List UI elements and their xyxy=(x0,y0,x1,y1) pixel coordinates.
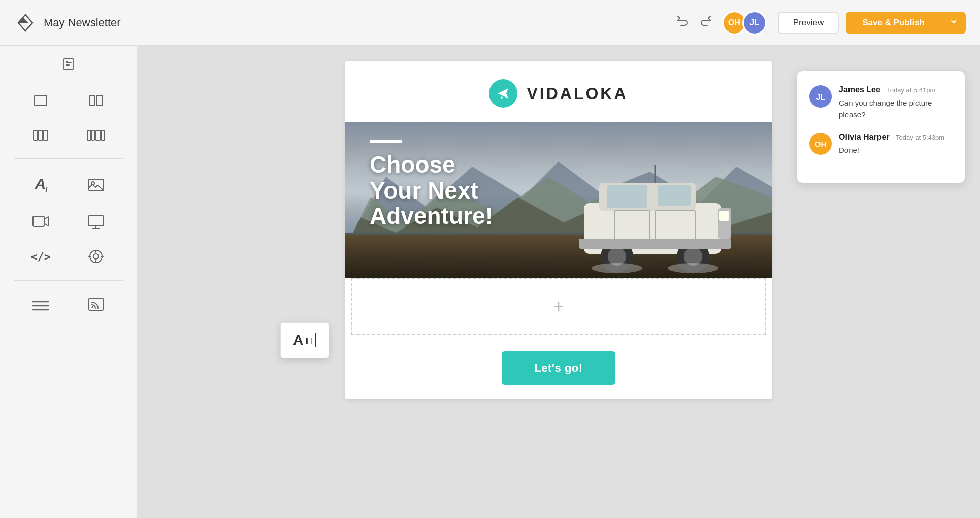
chat-name-olivia: Olivia Harper xyxy=(839,133,890,141)
svg-rect-30 xyxy=(658,185,691,206)
chat-text-olivia: Done! xyxy=(839,145,944,156)
chat-content-james: James Lee Today at 5:41pm Can you change… xyxy=(839,85,953,120)
svg-rect-8 xyxy=(44,130,48,140)
chat-avatar-olivia: OH xyxy=(809,133,832,155)
jeep-svg xyxy=(569,163,741,274)
tool-rss[interactable] xyxy=(70,288,123,320)
hero-image: Choose Your Next Adventure! xyxy=(345,122,772,278)
chat-message-1: JL James Lee Today at 5:41pm Can you cha… xyxy=(809,85,953,120)
document-title: May Newsletter xyxy=(44,16,121,29)
sidebar-bookmark-icon[interactable] xyxy=(60,56,77,74)
svg-rect-29 xyxy=(607,185,647,208)
redo-button[interactable] xyxy=(697,12,715,34)
layout-options-grid xyxy=(0,84,137,151)
avatar-jl[interactable]: JL xyxy=(742,11,767,35)
hero-accent-line xyxy=(370,140,402,143)
svg-rect-15 xyxy=(33,216,44,226)
save-publish-group: Save & Publish xyxy=(846,12,966,34)
svg-rect-22 xyxy=(89,298,103,310)
chat-time-olivia: Today at 5:43pm xyxy=(896,134,944,141)
svg-rect-5 xyxy=(96,95,103,106)
svg-point-18 xyxy=(93,254,99,259)
svg-rect-3 xyxy=(35,95,47,106)
svg-point-14 xyxy=(91,182,94,185)
text-cursor xyxy=(315,333,316,347)
svg-rect-7 xyxy=(39,130,43,140)
tool-display[interactable] xyxy=(70,205,123,238)
svg-rect-16 xyxy=(88,216,104,226)
code-icon: </> xyxy=(30,250,51,263)
layout-three-col[interactable] xyxy=(14,119,68,151)
ai-tooltip-text: A xyxy=(293,332,303,348)
brand-logo-circle xyxy=(489,79,517,108)
tool-social[interactable] xyxy=(70,240,123,273)
cta-button[interactable]: Let's go! xyxy=(502,351,615,385)
sidebar-divider-1 xyxy=(14,158,123,159)
more-tools-grid xyxy=(0,288,137,320)
text-icon: AI xyxy=(35,175,47,194)
svg-rect-12 xyxy=(101,130,105,140)
cta-section: Let's go! xyxy=(345,335,772,399)
collaborators-avatars: OH JL xyxy=(726,11,767,35)
svg-rect-11 xyxy=(96,130,100,140)
svg-rect-13 xyxy=(88,179,104,190)
svg-rect-2 xyxy=(63,59,74,69)
chat-panel: JL James Lee Today at 5:41pm Can you cha… xyxy=(797,71,965,183)
main-layout: AI xyxy=(0,46,980,518)
svg-point-42 xyxy=(668,263,718,273)
empty-content-block[interactable]: + xyxy=(351,278,766,335)
svg-rect-6 xyxy=(34,130,38,140)
svg-rect-40 xyxy=(719,211,729,221)
header-actions: OH JL Preview Save & Publish xyxy=(673,11,966,35)
layout-single-col[interactable] xyxy=(14,84,68,117)
preview-button[interactable]: Preview xyxy=(778,12,839,34)
tools-grid: AI xyxy=(0,166,137,273)
layout-two-col[interactable] xyxy=(70,84,123,117)
app-header: May Newsletter OH JL Preview Save & Publ… xyxy=(0,0,980,46)
svg-point-41 xyxy=(592,263,642,273)
save-publish-dropdown-button[interactable] xyxy=(941,12,966,34)
canvas-area[interactable]: A ı | VIDALOKA xyxy=(137,46,980,518)
tool-text[interactable]: AI xyxy=(14,166,68,203)
email-canvas: VIDALOKA xyxy=(345,61,772,399)
svg-rect-10 xyxy=(92,130,94,140)
app-logo-icon xyxy=(14,12,37,34)
chat-name-james: James Lee xyxy=(839,85,880,94)
svg-point-34 xyxy=(684,247,702,266)
hero-text: Choose Your Next Adventure! xyxy=(370,140,493,229)
left-sidebar: AI xyxy=(0,46,137,518)
save-publish-button[interactable]: Save & Publish xyxy=(846,12,941,34)
layout-four-col[interactable] xyxy=(70,119,123,151)
svg-rect-4 xyxy=(89,95,94,106)
tool-video[interactable] xyxy=(14,205,68,238)
svg-point-17 xyxy=(90,250,102,263)
sidebar-divider-2 xyxy=(14,280,123,281)
hero-heading: Choose Your Next Adventure! xyxy=(370,152,493,229)
chat-avatar-james: JL xyxy=(809,85,832,108)
chat-content-olivia: Olivia Harper Today at 5:43pm Done! xyxy=(839,133,944,156)
tool-code[interactable]: </> xyxy=(14,240,68,273)
tool-image[interactable] xyxy=(70,166,123,203)
chat-message-2: OH Olivia Harper Today at 5:43pm Done! xyxy=(809,133,953,156)
chat-time-james: Today at 5:41pm xyxy=(887,86,935,94)
chat-text-james: Can you change the picture please? xyxy=(839,98,953,120)
svg-point-32 xyxy=(608,247,626,266)
logo-area: May Newsletter xyxy=(14,12,665,34)
ai-tooltip: A ı | xyxy=(280,322,329,358)
tool-divider[interactable] xyxy=(14,288,68,320)
undo-redo-group xyxy=(673,12,715,34)
email-header: VIDALOKA xyxy=(345,61,772,122)
svg-rect-9 xyxy=(87,130,91,140)
undo-button[interactable] xyxy=(673,12,692,34)
brand-name: VIDALOKA xyxy=(527,84,628,103)
add-content-icon[interactable]: + xyxy=(553,296,564,317)
